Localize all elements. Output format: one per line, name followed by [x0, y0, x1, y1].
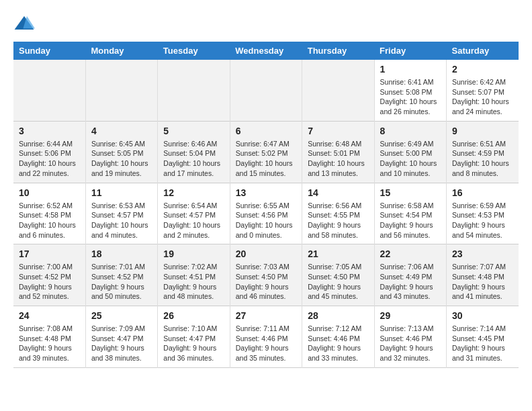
day-info: Sunrise: 7:01 AM Sunset: 4:52 PM Dayligh… — [91, 262, 152, 302]
day-info: Sunrise: 6:52 AM Sunset: 4:58 PM Dayligh… — [19, 201, 80, 240]
day-cell: 19Sunrise: 7:02 AM Sunset: 4:51 PM Dayli… — [158, 244, 230, 306]
column-header-thursday: Thursday — [302, 42, 374, 60]
day-cell: 7Sunrise: 6:48 AM Sunset: 5:01 PM Daylig… — [302, 121, 374, 183]
day-info: Sunrise: 7:07 AM Sunset: 4:48 PM Dayligh… — [452, 262, 513, 302]
day-number: 26 — [163, 310, 224, 321]
day-info: Sunrise: 6:56 AM Sunset: 4:55 PM Dayligh… — [308, 201, 368, 240]
day-number: 16 — [452, 187, 513, 198]
day-number: 9 — [452, 126, 513, 136]
day-info: Sunrise: 6:47 AM Sunset: 5:02 PM Dayligh… — [236, 139, 296, 179]
day-number: 8 — [380, 126, 441, 136]
day-info: Sunrise: 7:05 AM Sunset: 4:50 PM Dayligh… — [308, 262, 368, 302]
day-number: 21 — [308, 248, 368, 259]
day-number: 1 — [380, 64, 441, 75]
day-cell: 8Sunrise: 6:49 AM Sunset: 5:00 PM Daylig… — [374, 121, 446, 183]
day-cell: 27Sunrise: 7:11 AM Sunset: 4:46 PM Dayli… — [230, 306, 302, 368]
day-number: 30 — [452, 310, 513, 321]
column-header-saturday: Saturday — [447, 42, 519, 60]
day-cell: 30Sunrise: 7:14 AM Sunset: 4:45 PM Dayli… — [447, 306, 519, 368]
day-info: Sunrise: 6:46 AM Sunset: 5:04 PM Dayligh… — [163, 139, 224, 179]
calendar-table: SundayMondayTuesdayWednesdayThursdayFrid… — [13, 42, 519, 368]
day-info: Sunrise: 6:48 AM Sunset: 5:01 PM Dayligh… — [308, 139, 368, 179]
day-cell: 3Sunrise: 6:44 AM Sunset: 5:06 PM Daylig… — [13, 121, 85, 183]
week-row-3: 10Sunrise: 6:52 AM Sunset: 4:58 PM Dayli… — [13, 183, 519, 244]
column-header-tuesday: Tuesday — [158, 42, 230, 60]
day-cell — [302, 60, 374, 121]
logo-icon — [13, 13, 35, 35]
day-cell: 5Sunrise: 6:46 AM Sunset: 5:04 PM Daylig… — [158, 121, 230, 183]
day-info: Sunrise: 7:08 AM Sunset: 4:48 PM Dayligh… — [19, 324, 80, 363]
day-cell: 24Sunrise: 7:08 AM Sunset: 4:48 PM Dayli… — [13, 306, 85, 368]
day-cell: 6Sunrise: 6:47 AM Sunset: 5:02 PM Daylig… — [230, 121, 302, 183]
day-cell: 23Sunrise: 7:07 AM Sunset: 4:48 PM Dayli… — [447, 244, 519, 306]
day-info: Sunrise: 6:49 AM Sunset: 5:00 PM Dayligh… — [380, 139, 441, 179]
day-cell: 15Sunrise: 6:58 AM Sunset: 4:54 PM Dayli… — [374, 183, 446, 244]
day-number: 6 — [236, 126, 296, 136]
day-number: 12 — [163, 187, 224, 198]
day-cell: 18Sunrise: 7:01 AM Sunset: 4:52 PM Dayli… — [85, 244, 157, 306]
day-cell: 11Sunrise: 6:53 AM Sunset: 4:57 PM Dayli… — [85, 183, 157, 244]
day-number: 23 — [452, 248, 513, 259]
day-cell: 2Sunrise: 6:42 AM Sunset: 5:07 PM Daylig… — [447, 60, 519, 121]
day-cell: 1Sunrise: 6:41 AM Sunset: 5:08 PM Daylig… — [374, 60, 446, 121]
day-cell: 14Sunrise: 6:56 AM Sunset: 4:55 PM Dayli… — [302, 183, 374, 244]
day-info: Sunrise: 6:51 AM Sunset: 4:59 PM Dayligh… — [452, 139, 513, 179]
day-info: Sunrise: 7:09 AM Sunset: 4:47 PM Dayligh… — [91, 324, 152, 363]
day-cell: 29Sunrise: 7:13 AM Sunset: 4:46 PM Dayli… — [374, 306, 446, 368]
day-cell — [230, 60, 302, 121]
logo — [13, 13, 38, 35]
day-number: 13 — [236, 187, 296, 198]
day-info: Sunrise: 6:42 AM Sunset: 5:07 PM Dayligh… — [452, 77, 513, 117]
day-number: 4 — [91, 126, 152, 136]
day-number: 24 — [19, 310, 80, 321]
day-cell: 4Sunrise: 6:45 AM Sunset: 5:05 PM Daylig… — [85, 121, 157, 183]
week-row-2: 3Sunrise: 6:44 AM Sunset: 5:06 PM Daylig… — [13, 121, 519, 183]
column-header-friday: Friday — [374, 42, 446, 60]
day-number: 5 — [163, 126, 224, 136]
week-row-5: 24Sunrise: 7:08 AM Sunset: 4:48 PM Dayli… — [13, 306, 519, 368]
day-number: 19 — [163, 248, 224, 259]
day-info: Sunrise: 6:59 AM Sunset: 4:53 PM Dayligh… — [452, 201, 513, 240]
day-cell: 22Sunrise: 7:06 AM Sunset: 4:49 PM Dayli… — [374, 244, 446, 306]
week-row-4: 17Sunrise: 7:00 AM Sunset: 4:52 PM Dayli… — [13, 244, 519, 306]
day-cell: 12Sunrise: 6:54 AM Sunset: 4:57 PM Dayli… — [158, 183, 230, 244]
day-info: Sunrise: 6:41 AM Sunset: 5:08 PM Dayligh… — [380, 77, 441, 117]
day-number: 27 — [236, 310, 296, 321]
day-number: 28 — [308, 310, 368, 321]
day-info: Sunrise: 7:02 AM Sunset: 4:51 PM Dayligh… — [163, 262, 224, 302]
day-info: Sunrise: 7:00 AM Sunset: 4:52 PM Dayligh… — [19, 262, 80, 302]
day-cell: 28Sunrise: 7:12 AM Sunset: 4:46 PM Dayli… — [302, 306, 374, 368]
day-cell — [85, 60, 157, 121]
day-info: Sunrise: 7:14 AM Sunset: 4:45 PM Dayligh… — [452, 324, 513, 363]
day-cell: 25Sunrise: 7:09 AM Sunset: 4:47 PM Dayli… — [85, 306, 157, 368]
page-header — [13, 13, 519, 35]
day-info: Sunrise: 6:55 AM Sunset: 4:56 PM Dayligh… — [236, 201, 296, 240]
day-info: Sunrise: 6:58 AM Sunset: 4:54 PM Dayligh… — [380, 201, 441, 240]
day-number: 11 — [91, 187, 152, 198]
day-number: 22 — [380, 248, 441, 259]
day-number: 17 — [19, 248, 80, 259]
day-number: 7 — [308, 126, 368, 136]
day-info: Sunrise: 7:11 AM Sunset: 4:46 PM Dayligh… — [236, 324, 296, 363]
day-info: Sunrise: 7:10 AM Sunset: 4:47 PM Dayligh… — [163, 324, 224, 363]
day-number: 14 — [308, 187, 368, 198]
day-info: Sunrise: 6:54 AM Sunset: 4:57 PM Dayligh… — [163, 201, 224, 240]
header-row: SundayMondayTuesdayWednesdayThursdayFrid… — [13, 42, 519, 60]
day-info: Sunrise: 7:06 AM Sunset: 4:49 PM Dayligh… — [380, 262, 441, 302]
day-cell: 21Sunrise: 7:05 AM Sunset: 4:50 PM Dayli… — [302, 244, 374, 306]
day-info: Sunrise: 6:44 AM Sunset: 5:06 PM Dayligh… — [19, 139, 80, 179]
column-header-monday: Monday — [85, 42, 157, 60]
day-info: Sunrise: 7:12 AM Sunset: 4:46 PM Dayligh… — [308, 324, 368, 363]
day-info: Sunrise: 6:53 AM Sunset: 4:57 PM Dayligh… — [91, 201, 152, 240]
column-header-sunday: Sunday — [13, 42, 85, 60]
day-cell: 13Sunrise: 6:55 AM Sunset: 4:56 PM Dayli… — [230, 183, 302, 244]
day-info: Sunrise: 6:45 AM Sunset: 5:05 PM Dayligh… — [91, 139, 152, 179]
day-info: Sunrise: 7:13 AM Sunset: 4:46 PM Dayligh… — [380, 324, 441, 363]
day-cell: 10Sunrise: 6:52 AM Sunset: 4:58 PM Dayli… — [13, 183, 85, 244]
day-number: 18 — [91, 248, 152, 259]
day-cell: 26Sunrise: 7:10 AM Sunset: 4:47 PM Dayli… — [158, 306, 230, 368]
day-number: 29 — [380, 310, 441, 321]
calendar-header: SundayMondayTuesdayWednesdayThursdayFrid… — [13, 42, 519, 60]
day-number: 20 — [236, 248, 296, 259]
day-cell: 17Sunrise: 7:00 AM Sunset: 4:52 PM Dayli… — [13, 244, 85, 306]
